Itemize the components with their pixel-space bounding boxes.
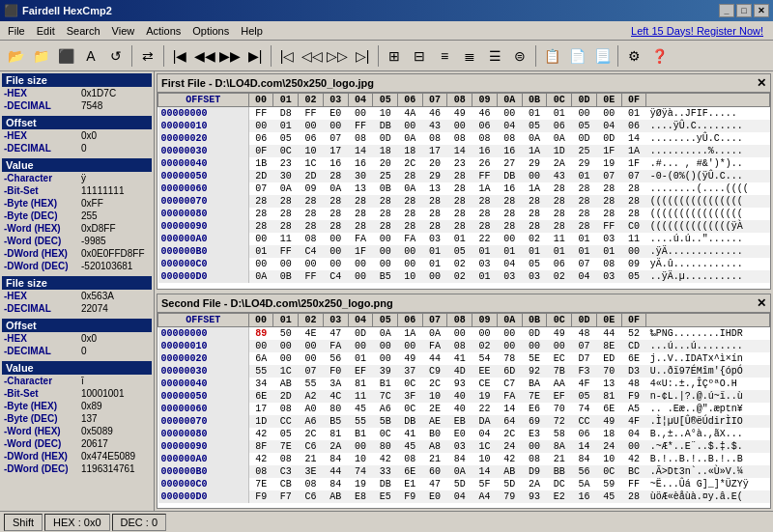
- next1-button[interactable]: ▶▶: [218, 44, 242, 68]
- hex-cell[interactable]: FF: [621, 478, 646, 490]
- hex-cell[interactable]: C7: [497, 378, 522, 390]
- hex-cell[interactable]: 55: [299, 378, 324, 390]
- hex-cell[interactable]: 07: [323, 132, 348, 145]
- hex-cell[interactable]: 2D: [248, 170, 273, 182]
- hex-cell[interactable]: 47: [323, 326, 348, 340]
- hex-cell[interactable]: 0A: [447, 465, 472, 478]
- hex-cell[interactable]: 07: [572, 340, 597, 352]
- hex-cell[interactable]: 80: [323, 403, 348, 415]
- hex-cell[interactable]: 0D: [572, 132, 597, 145]
- hex-cell[interactable]: 29: [522, 157, 547, 170]
- hex-cell[interactable]: 00: [447, 326, 472, 340]
- hex-cell[interactable]: 00: [522, 440, 547, 453]
- hex-cell[interactable]: 29: [572, 157, 597, 170]
- hex-cell[interactable]: 00: [373, 352, 398, 365]
- hex-cell[interactable]: 0A: [547, 132, 572, 145]
- copy1-button[interactable]: 📋: [540, 44, 563, 68]
- hex-cell[interactable]: 08: [422, 132, 447, 145]
- hex-cell[interactable]: 28: [522, 195, 547, 208]
- hex-cell[interactable]: 28: [323, 195, 348, 208]
- hex-cell[interactable]: 84: [447, 453, 472, 465]
- hex-cell[interactable]: EF: [547, 390, 572, 403]
- hex-cell[interactable]: 28: [373, 208, 398, 220]
- hex-cell[interactable]: 1D: [547, 145, 572, 157]
- hex-cell[interactable]: 4C: [323, 390, 348, 403]
- hex-cell[interactable]: 28: [596, 195, 621, 208]
- hex-cell[interactable]: 08: [447, 132, 472, 145]
- hex-cell[interactable]: F3: [572, 365, 597, 378]
- hex-cell[interactable]: 23: [273, 157, 299, 170]
- hex-cell[interactable]: 01: [447, 233, 472, 245]
- hex-cell[interactable]: 00: [299, 258, 324, 270]
- hex-cell[interactable]: 79: [497, 490, 522, 503]
- hex-cell[interactable]: 13: [422, 182, 447, 195]
- hex-cell[interactable]: FF: [299, 270, 324, 283]
- hex-cell[interactable]: 4F: [621, 415, 646, 428]
- hex-cell[interactable]: 6A: [248, 352, 273, 365]
- file2-table-container[interactable]: OFFSET 00 01 02 03 04 05 06 07 08 09 0A: [157, 313, 770, 509]
- hex-cell[interactable]: AE: [422, 415, 447, 428]
- hex-cell[interactable]: 01: [348, 352, 373, 365]
- hex-cell[interactable]: 24: [596, 440, 621, 453]
- hex-cell[interactable]: 01: [547, 107, 572, 121]
- hex-cell[interactable]: 28: [248, 208, 273, 220]
- hex-cell[interactable]: 06: [572, 428, 597, 440]
- hex-cell[interactable]: 7E: [522, 390, 547, 403]
- hex-cell[interactable]: 00: [398, 258, 423, 270]
- goto1-button[interactable]: ⊞: [383, 44, 406, 68]
- hex-cell[interactable]: 01: [621, 107, 646, 121]
- hex-cell[interactable]: B1: [348, 428, 373, 440]
- hex-cell[interactable]: 0A: [398, 182, 423, 195]
- hex-cell[interactable]: 05: [522, 258, 547, 270]
- hex-cell[interactable]: 55: [248, 365, 273, 378]
- hex-cell[interactable]: 30: [348, 170, 373, 182]
- menu-file[interactable]: File: [2, 23, 31, 39]
- hex-cell[interactable]: 14: [348, 145, 373, 157]
- hex-cell[interactable]: 49: [398, 352, 423, 365]
- hex-cell[interactable]: AB: [273, 378, 299, 390]
- hex-cell[interactable]: E3: [522, 428, 547, 440]
- hex-cell[interactable]: 08: [299, 233, 324, 245]
- hex-cell[interactable]: 7E: [248, 478, 273, 490]
- hex-cell[interactable]: 2A: [522, 478, 547, 490]
- hex-cell[interactable]: CD: [621, 340, 646, 352]
- hex-cell[interactable]: FF: [273, 245, 299, 258]
- hex-cell[interactable]: EF: [348, 365, 373, 378]
- hex-cell[interactable]: 28: [572, 195, 597, 208]
- hex-cell[interactable]: 34: [248, 378, 273, 390]
- hex-cell[interactable]: 42: [373, 453, 398, 465]
- hex-cell[interactable]: 39: [373, 365, 398, 378]
- hex-cell[interactable]: A2: [299, 390, 324, 403]
- hex-cell[interactable]: 00: [373, 258, 398, 270]
- hex-cell[interactable]: CC: [273, 415, 299, 428]
- hex-cell[interactable]: 28: [472, 220, 498, 233]
- hex-cell[interactable]: 00: [373, 340, 398, 352]
- hex-cell[interactable]: 28: [398, 170, 423, 182]
- hex-cell[interactable]: 14: [447, 145, 472, 157]
- hex-cell[interactable]: 16: [572, 490, 597, 503]
- hex-cell[interactable]: 03: [596, 233, 621, 245]
- hex-cell[interactable]: 29: [422, 170, 447, 182]
- hex-cell[interactable]: A6: [373, 403, 398, 415]
- hex-cell[interactable]: 2E: [422, 403, 447, 415]
- hex-cell[interactable]: 5B: [373, 415, 398, 428]
- hex-cell[interactable]: FF: [248, 107, 273, 121]
- file1-table-container[interactable]: OFFSET 00 01 02 03 04 05 06 07 08 09 0A: [157, 93, 770, 289]
- hex-cell[interactable]: 69: [522, 415, 547, 428]
- hex-cell[interactable]: 08: [522, 453, 547, 465]
- hex-cell[interactable]: CC: [572, 415, 597, 428]
- copy2-button[interactable]: 📄: [565, 44, 588, 68]
- hex-cell[interactable]: 3E: [299, 465, 324, 478]
- hex-cell[interactable]: 01: [422, 258, 447, 270]
- hex-cell[interactable]: 28: [497, 208, 522, 220]
- hex-cell[interactable]: 10: [348, 453, 373, 465]
- hex-cell[interactable]: 28: [447, 208, 472, 220]
- hex-cell[interactable]: 11: [273, 233, 299, 245]
- hex-cell[interactable]: 06: [472, 120, 498, 132]
- hex-cell[interactable]: 43: [422, 120, 447, 132]
- hex-cell[interactable]: 03: [522, 270, 547, 283]
- hex-cell[interactable]: E5: [373, 490, 398, 503]
- hex-cell[interactable]: 6D: [497, 365, 522, 378]
- swap-button[interactable]: ⇄: [136, 44, 159, 68]
- hex-cell[interactable]: 8F: [248, 440, 273, 453]
